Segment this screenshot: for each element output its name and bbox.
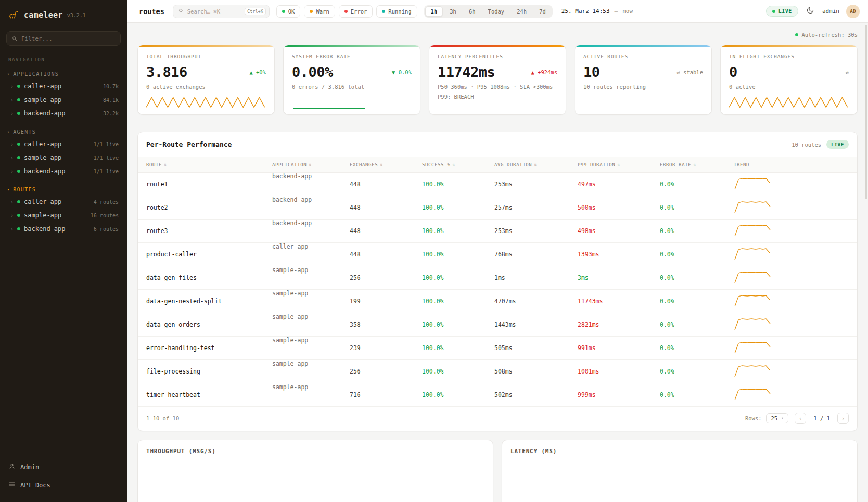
column-header-exchanges[interactable]: EXCHANGES⇅ — [350, 162, 422, 168]
sidebar-item-applications-sample-app[interactable]: › sample-app 84.1k — [0, 93, 127, 107]
pagination-range: 1–10 of 10 — [146, 415, 179, 421]
trend-sparkline — [734, 199, 849, 216]
status-dot — [17, 156, 20, 159]
sidebar-item-agents-caller-app[interactable]: › caller-app 1/1 live — [0, 137, 127, 151]
filter-chip-ok[interactable]: OK — [276, 5, 301, 18]
sidebar-item-routes-caller-app[interactable]: › caller-app 4 routes — [0, 195, 127, 209]
stat-value: 3.816 — [146, 64, 187, 80]
trend-sparkline — [734, 223, 849, 240]
sidebar-item-agents-backend-app[interactable]: › backend-app 1/1 live — [0, 164, 127, 178]
trend-sparkline — [734, 340, 849, 357]
filter-chip-error[interactable]: Error — [339, 5, 373, 18]
status-dot — [17, 200, 20, 203]
sort-icon: ⇅ — [452, 162, 455, 167]
table-row-data-gen-files[interactable]: data-gen-files sample-app 256 100.0% 1ms… — [138, 266, 857, 290]
scrollbar-thumb[interactable] — [865, 25, 867, 199]
main-column: routes Ctrl+K OK Warn E — [127, 0, 868, 502]
page-title: routes — [139, 7, 164, 16]
dark-mode-toggle[interactable] — [805, 5, 815, 17]
app-logo[interactable]: cameleer v3.2.1 — [0, 0, 127, 28]
sidebar-item-routes-sample-app[interactable]: › sample-app 16 routes — [0, 209, 127, 222]
time-range-24h[interactable]: 24h — [511, 6, 532, 17]
sidebar-item-applications-backend-app[interactable]: › backend-app 32.2k — [0, 107, 127, 120]
stat-subtext: 0 active — [729, 84, 849, 90]
chart-title: LATENCY (MS) — [510, 448, 849, 455]
stat-subtext: 0 errors / 3.816 total — [292, 84, 412, 90]
trend-sparkline — [734, 293, 849, 310]
column-header-route[interactable]: ROUTE⇅ — [146, 162, 272, 168]
table-row-product-caller[interactable]: product-caller caller-app 448 100.0% 768… — [138, 243, 857, 266]
app-version: v3.2.1 — [67, 12, 86, 18]
filter-chip-running[interactable]: Running — [376, 5, 417, 18]
global-search-input[interactable] — [187, 8, 241, 15]
table-header-row: ROUTE⇅ APPLICATION⇅ EXCHANGES⇅ SUCCESS %… — [138, 157, 857, 173]
datetime-dash: — — [615, 8, 618, 15]
admin-link[interactable]: Admin — [8, 458, 119, 475]
time-range-7d[interactable]: 7d — [533, 6, 552, 17]
keyboard-shortcut-badge: Ctrl+K — [245, 8, 266, 15]
sort-icon: ⇅ — [534, 162, 537, 167]
column-header-avg-duration[interactable]: AVG DURATION⇅ — [494, 162, 578, 168]
api-docs-link[interactable]: API Docs — [8, 477, 119, 494]
error-rate-sparkline — [292, 94, 412, 110]
stat-delta: ▲ +0% — [249, 69, 266, 75]
item-badge: 1/1 live — [94, 169, 119, 174]
topbar: routes Ctrl+K OK Warn E — [127, 0, 868, 23]
app-name: cameleer — [24, 10, 63, 20]
table-row-route3[interactable]: route3 backend-app 448 100.0% 253ms 498m… — [138, 220, 857, 243]
next-page-button[interactable]: › — [837, 413, 849, 424]
column-header-error-rate[interactable]: ERROR RATE⇅ — [660, 162, 734, 168]
table-row-error-handling-test[interactable]: error-handling-test sample-app 239 100.0… — [138, 337, 857, 360]
table-row-route1[interactable]: route1 backend-app 448 100.0% 253ms 497m… — [138, 173, 857, 196]
sidebar: cameleer v3.2.1 NAVIGATION ▾ APPLICATION… — [0, 0, 127, 502]
table-row-file-processing[interactable]: file-processing sample-app 256 100.0% 50… — [138, 360, 857, 383]
column-header-application[interactable]: APPLICATION⇅ — [272, 162, 350, 168]
table-live-badge: LIVE — [826, 140, 849, 149]
list-icon — [8, 481, 16, 490]
table-row-timer-heartbeat[interactable]: timer-heartbeat sample-app 716 100.0% 50… — [138, 383, 857, 407]
datetime-range-display[interactable]: 25. März 14:53 — now — [561, 8, 633, 15]
table-row-data-gen-orders[interactable]: data-gen-orders sample-app 358 100.0% 14… — [138, 313, 857, 337]
stat-card-in-flight-exchanges: IN-FLIGHT EXCHANGES 0 ⇌ 0 active — [720, 45, 858, 115]
caret-down-icon: ▾ — [7, 72, 9, 76]
sidebar-item-agents-sample-app[interactable]: › sample-app 1/1 live — [0, 151, 127, 164]
column-header-success[interactable]: SUCCESS %⇅ — [422, 162, 494, 168]
refresh-status-dot — [795, 33, 798, 36]
time-range-3h[interactable]: 3h — [444, 6, 462, 17]
trend-sparkline — [734, 316, 849, 333]
stat-value: 11742ms — [438, 64, 495, 80]
avatar[interactable]: AD — [846, 5, 860, 18]
stat-cards-row: TOTAL THROUGHPUT 3.816 ▲ +0% 0 active ex… — [137, 45, 858, 115]
time-range-1h[interactable]: 1h — [425, 6, 443, 17]
table-row-route2[interactable]: route2 backend-app 448 100.0% 257ms 500m… — [138, 196, 857, 220]
table-row-data-gen-nested-split[interactable]: data-gen-nested-split sample-app 199 100… — [138, 290, 857, 313]
sort-icon: ⇅ — [617, 162, 620, 167]
main-content: Auto-refresh: 30s TOTAL THROUGHPUT 3.816… — [127, 23, 868, 502]
sidebar-filter — [6, 31, 121, 46]
throughput-sparkline — [146, 94, 266, 110]
sidebar-item-routes-backend-app[interactable]: › backend-app 6 routes — [0, 222, 127, 236]
filter-chip-warn[interactable]: Warn — [304, 5, 335, 18]
page-indicator: 1 / 1 — [813, 415, 830, 421]
section-header-agents[interactable]: ▾ AGENTS — [0, 126, 127, 137]
live-badge[interactable]: LIVE — [766, 6, 798, 17]
trend-sparkline — [734, 246, 849, 263]
time-range-6h[interactable]: 6h — [463, 6, 481, 17]
rows-per-page-select[interactable]: 25 ▾ — [766, 413, 789, 423]
time-range-today[interactable]: Today — [482, 6, 510, 17]
item-badge: 1/1 live — [94, 155, 119, 161]
error-status-dot — [344, 10, 348, 13]
search-icon — [178, 6, 184, 16]
datetime-start: 25. März 14:53 — [561, 8, 610, 15]
item-badge: 1/1 live — [94, 141, 119, 147]
trend-sparkline — [734, 176, 849, 193]
section-header-applications[interactable]: ▾ APPLICATIONS — [0, 69, 127, 80]
sidebar-item-applications-caller-app[interactable]: › caller-app 10.7k — [0, 80, 127, 93]
prev-page-button[interactable]: ‹ — [795, 413, 806, 424]
column-header-p99-duration[interactable]: P99 DURATION⇅ — [578, 162, 660, 168]
throughput-chart-panel: THROUGHPUT (MSG/S) — [137, 440, 493, 502]
datetime-end: now — [622, 8, 633, 15]
panel-header: Per-Route Performance 10 routes LIVE — [138, 132, 857, 157]
sidebar-filter-input[interactable] — [21, 35, 116, 42]
section-header-routes[interactable]: ▾ ROUTES — [0, 184, 127, 195]
